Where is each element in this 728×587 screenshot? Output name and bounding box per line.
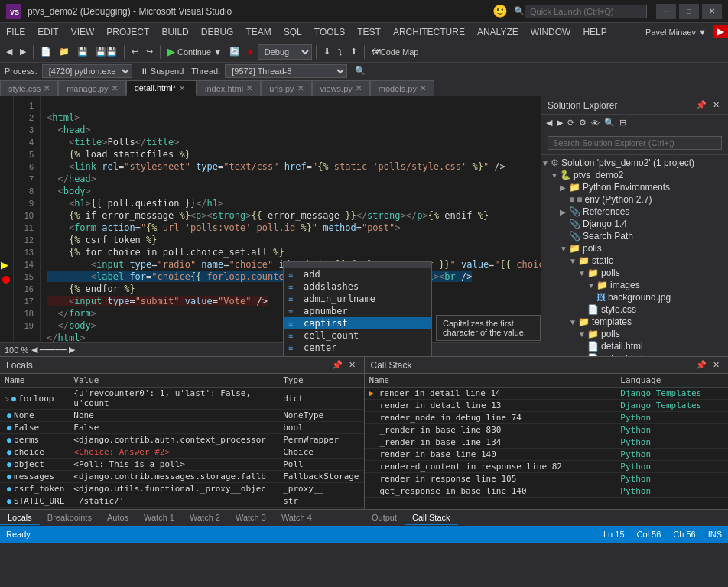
callstack-close-button[interactable]: ✕ xyxy=(710,359,722,371)
restart-button[interactable]: 🔄 xyxy=(226,45,243,58)
filter-button[interactable]: 🔍 xyxy=(352,64,369,77)
open-button[interactable]: 📁 xyxy=(56,45,73,58)
menu-debug[interactable]: DEBUG xyxy=(195,24,240,40)
table-row[interactable]: ●None None NoneType xyxy=(0,410,364,422)
table-row[interactable]: ●csrf_token <django.utils.functional._pr… xyxy=(0,483,364,495)
debug-tab-watch3[interactable]: Watch 3 xyxy=(228,511,274,525)
tree-style-css[interactable]: 📄 style.css xyxy=(541,303,728,316)
ac-item-cut[interactable]: ≡cut xyxy=(284,354,431,356)
se-sync-button[interactable]: ⟳ xyxy=(566,116,576,129)
table-row[interactable]: render in response line 105 Python xyxy=(365,473,729,485)
tree-templates[interactable]: ▼ 📁 templates xyxy=(541,316,728,328)
step-into-button[interactable]: ⬇ xyxy=(320,45,333,58)
ac-item-admin-urlname[interactable]: ≡admin_urlname xyxy=(284,293,431,305)
minimize-button[interactable]: ─ xyxy=(656,4,676,19)
se-search-input[interactable] xyxy=(548,136,722,150)
menu-analyze[interactable]: ANALYZE xyxy=(471,24,525,40)
debug-tab-locals[interactable]: Locals xyxy=(0,511,40,525)
menu-team[interactable]: TEAM xyxy=(239,24,277,40)
se-close-button[interactable]: ✕ xyxy=(710,99,722,111)
continue-button[interactable]: ▶ Continue ▼ xyxy=(164,44,225,59)
stop-button[interactable]: ■ xyxy=(245,46,256,58)
se-pin-button[interactable]: 📌 xyxy=(694,99,709,111)
ac-item-apnumber[interactable]: ≡apnumber xyxy=(284,305,431,317)
tab-detail-html[interactable]: detail.html* ✕ xyxy=(126,80,197,96)
tree-index-html[interactable]: 📄 index.html xyxy=(541,352,728,356)
codemap-button[interactable]: 🗺 Code Map xyxy=(369,46,422,58)
restore-button[interactable]: □ xyxy=(679,4,699,19)
tree-static[interactable]: ▼ 📁 static xyxy=(541,255,728,267)
menu-help[interactable]: HELP xyxy=(577,24,613,40)
menu-sql[interactable]: SQL xyxy=(278,24,308,40)
close-tab-views-py[interactable]: ✕ xyxy=(356,84,362,92)
save-button[interactable]: 💾 xyxy=(74,45,91,58)
se-collapse-button[interactable]: ⊟ xyxy=(618,116,628,129)
close-tab-index-html[interactable]: ✕ xyxy=(246,84,252,92)
locals-close-button[interactable]: ✕ xyxy=(346,359,358,371)
table-row[interactable]: ●perms <django.contrib.auth.context_proc… xyxy=(0,434,364,446)
tab-urls-py[interactable]: urls.py ✕ xyxy=(261,80,311,96)
back-button[interactable]: ◀ xyxy=(3,45,15,58)
tree-python-env[interactable]: ▶ 📁 Python Environments xyxy=(541,181,728,193)
breakpoint-indicator[interactable] xyxy=(2,276,10,284)
close-tab-manage-py[interactable]: ✕ xyxy=(112,84,118,92)
tree-bg-jpg[interactable]: 🖼 background.jpg xyxy=(541,291,728,303)
menu-test[interactable]: TEST xyxy=(351,24,387,40)
close-tab-style-css[interactable]: ✕ xyxy=(44,84,50,92)
tree-project[interactable]: ▼ 🐍 ptvs_demo2 xyxy=(541,169,728,181)
se-show-all-button[interactable]: 👁 xyxy=(590,116,601,129)
tree-static-polls[interactable]: ▼ 📁 polls xyxy=(541,267,728,279)
tree-search-path[interactable]: 📎 Search Path xyxy=(541,230,728,242)
save-all-button[interactable]: 💾💾 xyxy=(93,45,120,58)
ac-item-capfirst[interactable]: ≡capfirst xyxy=(284,317,431,329)
table-row[interactable]: get_response in base line 140 Python xyxy=(365,485,729,498)
table-row[interactable]: render in base line 140 Python xyxy=(365,449,729,461)
debug-tab-watch4[interactable]: Watch 4 xyxy=(274,511,320,525)
ac-item-add[interactable]: ≡add xyxy=(284,268,431,281)
table-row[interactable]: ▷●forloop {u'revcounter0': 1, u'last': F… xyxy=(0,388,364,410)
suspend-button[interactable]: ⏸ Suspend xyxy=(137,65,187,77)
table-row[interactable]: _render in base line 134 Python xyxy=(365,436,729,449)
se-forward-button[interactable]: ▶ xyxy=(555,116,564,129)
menu-architecture[interactable]: ARCHITECTURE xyxy=(387,24,471,40)
table-row[interactable]: ●choice <Choice: Answer #2> Choice xyxy=(0,446,364,459)
step-out-button[interactable]: ⬆ xyxy=(347,45,360,58)
close-button[interactable]: ✕ xyxy=(702,4,722,19)
debug-tab-watch1[interactable]: Watch 1 xyxy=(136,511,182,525)
close-tab-detail-html[interactable]: ✕ xyxy=(179,84,185,92)
tab-views-py[interactable]: views.py ✕ xyxy=(312,80,370,96)
expand-icon[interactable]: ▷ xyxy=(5,394,9,403)
zoom-slider[interactable]: ◀ ━━━━━ ▶ xyxy=(31,345,75,355)
tree-detail-html[interactable]: 📄 detail.html xyxy=(541,340,728,352)
tree-django[interactable]: 📎 Django 1.4 xyxy=(541,218,728,230)
tab-manage-py[interactable]: manage.py ✕ xyxy=(58,80,125,96)
close-tab-urls-py[interactable]: ✕ xyxy=(297,84,304,92)
new-project-button[interactable]: 📄 xyxy=(37,45,54,58)
step-over-button[interactable]: ⤵ xyxy=(335,46,346,58)
debug-target-dropdown[interactable]: Debug Release xyxy=(258,44,312,60)
menu-window[interactable]: WINDOW xyxy=(525,24,577,40)
table-row[interactable]: ▶ render in detail line 14 Django Templa… xyxy=(365,388,729,400)
table-row[interactable]: render_node in debug line 74 Python xyxy=(365,412,729,424)
table-row[interactable]: rendered_content in response line 82 Pyt… xyxy=(365,461,729,473)
callstack-pin-button[interactable]: 📌 xyxy=(694,359,709,371)
tree-polls-folder[interactable]: ▼ 📁 polls xyxy=(541,242,728,255)
locals-pin-button[interactable]: 📌 xyxy=(330,359,345,371)
menu-edit[interactable]: EDIT xyxy=(31,24,64,40)
menu-file[interactable]: FILE xyxy=(0,24,31,40)
table-row[interactable]: ●messages <django.contrib.messages.stora… xyxy=(0,471,364,483)
ac-item-addslashes[interactable]: ≡addslashes xyxy=(284,281,431,293)
se-filter-button[interactable]: 🔍 xyxy=(603,116,616,129)
debug-tab-autos[interactable]: Autos xyxy=(99,511,136,525)
debug-tab-breakpoints[interactable]: Breakpoints xyxy=(40,511,99,525)
debug-tab-callstack[interactable]: Call Stack xyxy=(405,511,458,525)
ac-item-center[interactable]: ≡center xyxy=(284,342,431,354)
menu-view[interactable]: VIEW xyxy=(65,24,101,40)
close-tab-models-py[interactable]: ✕ xyxy=(420,84,426,92)
tree-solution[interactable]: ▼ ⚙ Solution 'ptvs_demo2' (1 project) xyxy=(541,157,728,169)
debug-tab-watch2[interactable]: Watch 2 xyxy=(182,511,228,525)
table-row[interactable]: ●STATIC_URL '/static/' str xyxy=(0,495,364,508)
process-dropdown[interactable]: [4720] python.exe xyxy=(42,64,132,78)
redo-button[interactable]: ↪ xyxy=(143,45,156,58)
table-row[interactable]: _render in base line 830 Python xyxy=(365,424,729,436)
